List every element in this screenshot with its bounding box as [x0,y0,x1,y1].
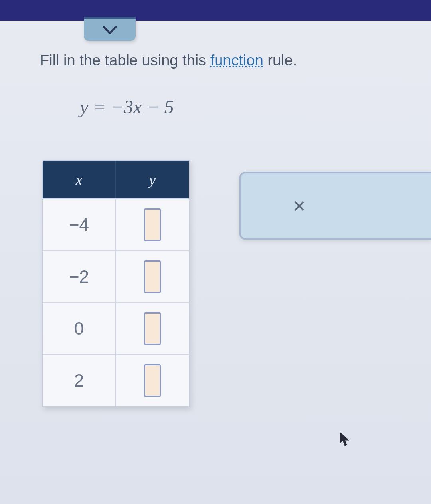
y-input[interactable] [144,312,161,345]
table-row: −2 [43,250,189,302]
y-input[interactable] [144,260,161,293]
function-link[interactable]: function [210,52,263,69]
dropdown-tab[interactable] [84,17,136,41]
chevron-down-icon [102,24,118,36]
header-x: x [43,161,116,198]
y-input[interactable] [144,208,161,241]
tool-panel: × [239,172,431,240]
instruction-suffix: rule. [263,52,297,69]
function-table: x y −4 −2 0 2 [42,160,190,407]
header-y: y [116,161,189,198]
cursor-icon [339,431,350,446]
table-row: 2 [43,354,189,406]
top-bar [0,0,431,21]
instruction-prefix: Fill in the table using this [40,52,210,69]
table-row: 0 [43,302,189,354]
multiply-symbol[interactable]: × [293,193,306,218]
equation: y = −3x − 5 [80,96,174,118]
instruction-text: Fill in the table using this function ru… [40,52,297,69]
x-value: 2 [43,355,116,406]
table-row: −4 [43,198,189,250]
x-value: −4 [43,199,116,250]
x-value: 0 [43,303,116,354]
table-header: x y [43,161,189,198]
x-value: −2 [43,251,116,302]
y-input[interactable] [144,364,161,397]
